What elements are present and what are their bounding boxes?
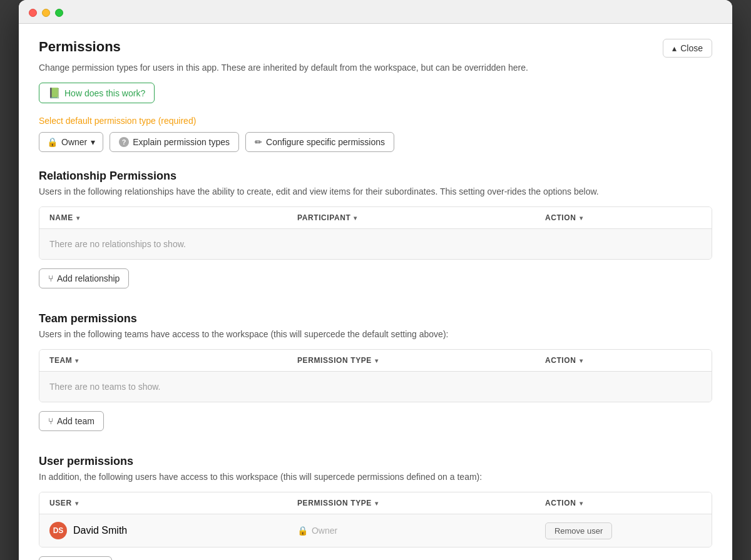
owner-dropdown[interactable]: 🔒 Owner ▾ <box>39 132 103 152</box>
th-user-action-chevron: ▾ <box>580 500 583 507</box>
th-team-action-label: ACTION <box>545 356 576 365</box>
question-icon: ? <box>119 137 129 147</box>
team-desc: Users in the following teams have access… <box>39 329 712 339</box>
user-table: USER ▾ PERMISSION TYPE ▾ ACTION ▾ <box>39 492 712 547</box>
lock-perm-icon: 🔒 <box>297 526 308 536</box>
content-area: Permissions ▴ Close Change permission ty… <box>19 24 732 560</box>
th-name-label: NAME <box>49 213 73 222</box>
controls-row: 🔒 Owner ▾ ? Explain permission types ✏ C… <box>39 132 712 152</box>
configure-button[interactable]: ✏ Configure specific permissions <box>245 132 394 152</box>
select-label-text: Select default permission type <box>39 116 156 126</box>
th-team-perm-chevron: ▾ <box>375 357 379 364</box>
user-table-header: USER ▾ PERMISSION TYPE ▾ ACTION ▾ <box>39 492 712 514</box>
add-relationship-label: Add relationship <box>57 273 120 283</box>
th-name: NAME ▾ <box>49 213 297 222</box>
configure-label: Configure specific permissions <box>266 137 385 147</box>
titlebar <box>19 0 732 24</box>
lock-icon: 🔒 <box>47 137 58 147</box>
th-user-action-label: ACTION <box>545 499 576 507</box>
page-header: Permissions ▴ Close <box>39 39 712 58</box>
chevron-down-icon: ▾ <box>91 137 95 147</box>
avatar-initials: DS <box>53 526 64 535</box>
avatar: DS <box>49 522 67 539</box>
th-user-perm-label: PERMISSION TYPE <box>297 499 372 507</box>
fork-team-icon: ⑂ <box>48 416 53 426</box>
book-icon: 📗 <box>48 87 61 99</box>
explain-label: Explain permission types <box>133 137 230 147</box>
user-desc: In addition, the following users have ac… <box>39 472 712 482</box>
relationship-desc: Users in the following relationships hav… <box>39 186 712 196</box>
team-empty-text: There are no teams to show. <box>49 382 160 392</box>
permission-cell: 🔒 Owner <box>297 526 545 536</box>
team-table: TEAM ▾ PERMISSION TYPE ▾ ACTION ▾ There … <box>39 349 712 402</box>
remove-user-label: Remove user <box>554 526 603 536</box>
help-button[interactable]: 📗 How does this work? <box>39 83 155 103</box>
relationship-permissions-section: Relationship Permissions Users in the fo… <box>39 170 712 306</box>
th-participant: PARTICIPANT ▾ <box>297 213 545 222</box>
action-cell: Remove user <box>545 522 702 539</box>
main-window: Permissions ▴ Close Change permission ty… <box>19 0 732 560</box>
add-team-label: Add team <box>57 416 95 426</box>
user-name: David Smith <box>73 525 127 536</box>
relationship-table: NAME ▾ PARTICIPANT ▾ ACTION ▾ There are … <box>39 206 712 260</box>
owner-label: Owner <box>61 137 87 147</box>
close-traffic-light[interactable] <box>29 9 37 17</box>
th-team-action-chevron: ▾ <box>580 357 583 364</box>
relationship-empty-text: There are no relationships to show. <box>49 239 186 249</box>
th-rel-action: ACTION ▾ <box>545 213 702 222</box>
minimize-traffic-light[interactable] <box>42 9 50 17</box>
required-text: (required) <box>158 116 197 126</box>
user-cell: DS David Smith <box>49 522 297 539</box>
th-name-chevron: ▾ <box>76 215 80 221</box>
th-user-action: ACTION ▾ <box>545 499 702 507</box>
page-description: Change permission types for users in thi… <box>39 63 712 73</box>
permission-value: Owner <box>312 526 337 536</box>
th-rel-action-label: ACTION <box>545 213 576 222</box>
th-rel-action-chevron: ▾ <box>580 215 583 221</box>
th-user: USER ▾ <box>49 499 297 507</box>
fullscreen-traffic-light[interactable] <box>55 9 63 17</box>
team-table-header: TEAM ▾ PERMISSION TYPE ▾ ACTION ▾ <box>39 350 712 372</box>
user-permissions-section: User permissions In addition, the follow… <box>39 455 712 560</box>
help-label: How does this work? <box>64 88 145 98</box>
relationship-title: Relationship Permissions <box>39 170 712 183</box>
th-team: TEAM ▾ <box>49 356 297 365</box>
th-team-perm-label: PERMISSION TYPE <box>297 356 372 365</box>
th-user-perm-chevron: ▾ <box>375 500 379 507</box>
th-user-perm: PERMISSION TYPE ▾ <box>297 499 545 507</box>
add-relationship-button[interactable]: ⑂ Add relationship <box>39 268 129 288</box>
team-permissions-section: Team permissions Users in the following … <box>39 312 712 449</box>
th-user-label: USER <box>49 499 72 507</box>
add-team-button[interactable]: ⑂ Add team <box>39 411 104 431</box>
th-participant-chevron: ▾ <box>354 215 357 221</box>
relationship-empty: There are no relationships to show. <box>39 229 712 259</box>
team-title: Team permissions <box>39 312 712 325</box>
th-team-label: TEAM <box>49 356 72 365</box>
close-button[interactable]: ▴ Close <box>663 39 712 58</box>
page-title: Permissions <box>39 39 121 55</box>
table-row: DS David Smith 🔒 Owner Remove user <box>39 514 712 547</box>
pencil-icon: ✏ <box>255 137 262 147</box>
select-label: Select default permission type (required… <box>39 116 712 126</box>
user-title: User permissions <box>39 455 712 468</box>
th-participant-label: PARTICIPANT <box>297 213 351 222</box>
th-team-chevron: ▾ <box>75 357 79 364</box>
close-label: Close <box>680 43 703 53</box>
remove-user-button[interactable]: Remove user <box>545 522 612 539</box>
add-user-button[interactable]: 👤+ Add user <box>39 556 112 560</box>
relationship-table-header: NAME ▾ PARTICIPANT ▾ ACTION ▾ <box>39 207 712 229</box>
th-user-chevron: ▾ <box>75 500 79 507</box>
permission-select-section: Select default permission type (required… <box>39 116 712 152</box>
team-empty: There are no teams to show. <box>39 372 712 402</box>
th-team-action: ACTION ▾ <box>545 356 702 365</box>
fork-icon: ⑂ <box>48 273 53 283</box>
chevron-up-icon: ▴ <box>672 43 677 53</box>
th-team-perm: PERMISSION TYPE ▾ <box>297 356 545 365</box>
explain-button[interactable]: ? Explain permission types <box>110 132 239 152</box>
